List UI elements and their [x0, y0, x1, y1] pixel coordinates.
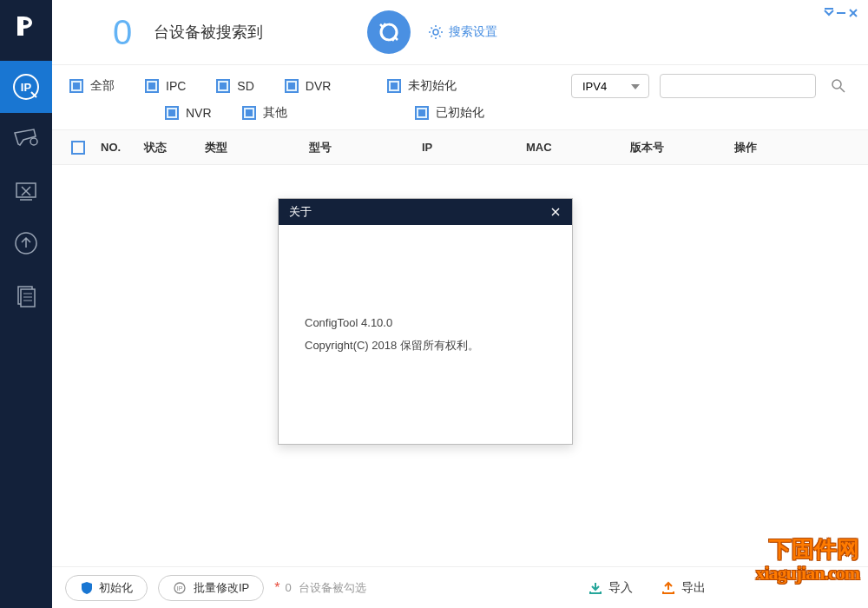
filter-area: 全部 IPC SD DVR 未初始化 IPV4 NVR 其他 已初始化 — [52, 65, 868, 130]
nav-ip-search[interactable]: IP — [0, 61, 52, 113]
filter-nvr[interactable]: NVR — [165, 106, 212, 120]
svg-point-16 — [433, 30, 438, 35]
filter-other[interactable]: 其他 — [242, 105, 287, 121]
ip-version-select[interactable]: IPV4 — [571, 74, 649, 98]
search-settings-link[interactable]: 搜索设置 — [428, 24, 497, 40]
filter-ipc[interactable]: IPC — [145, 79, 186, 93]
close-icon[interactable] — [847, 7, 859, 19]
col-action: 操作 — [729, 140, 816, 155]
device-count: 0 — [113, 13, 132, 52]
selected-count: 0 — [286, 581, 292, 594]
shield-icon — [80, 581, 94, 595]
about-dialog: 关于 ConfigTool 4.10.0 Copyright(C) 2018 保… — [278, 198, 573, 445]
col-type: 类型 — [200, 140, 304, 155]
filter-sd[interactable]: SD — [216, 79, 253, 93]
selected-info: * 0 台设备被勾选 — [274, 580, 365, 596]
about-dialog-title-bar: 关于 — [279, 199, 572, 225]
nav-upgrade[interactable] — [0, 217, 52, 269]
about-dialog-title: 关于 — [289, 204, 312, 220]
svg-point-3 — [30, 138, 37, 145]
col-version: 版本号 — [625, 140, 729, 155]
col-model: 型号 — [304, 140, 417, 155]
table-header: NO. 状态 类型 型号 IP MAC 版本号 操作 — [52, 130, 868, 165]
batch-modify-ip-button[interactable]: IP 批量修改IP — [158, 575, 264, 601]
search-settings-label: 搜索设置 — [449, 24, 497, 40]
about-copyright: Copyright(C) 2018 保留所有权利。 — [305, 334, 546, 357]
sidebar: IP — [0, 0, 52, 608]
about-product: ConfigTool 4.10.0 — [305, 312, 546, 334]
refresh-icon — [376, 19, 402, 45]
col-no: NO. — [95, 141, 139, 154]
nav-camera[interactable] — [0, 113, 52, 165]
close-icon — [549, 206, 562, 218]
search-input[interactable] — [660, 74, 816, 98]
filter-all[interactable]: 全部 — [69, 78, 115, 94]
search-icon — [831, 78, 846, 94]
export-icon — [661, 580, 676, 596]
svg-text:IP: IP — [177, 585, 183, 591]
filter-dvr[interactable]: DVR — [285, 79, 332, 93]
device-count-label: 台设备被搜索到 — [154, 22, 263, 43]
import-button[interactable]: 导入 — [588, 580, 633, 596]
svg-rect-8 — [21, 289, 35, 307]
import-icon — [588, 580, 603, 596]
filter-initialized[interactable]: 已初始化 — [415, 105, 484, 121]
svg-point-17 — [832, 80, 841, 89]
selected-label: 台设备被勾选 — [299, 580, 366, 596]
refresh-button[interactable] — [367, 10, 411, 54]
about-dialog-body: ConfigTool 4.10.0 Copyright(C) 2018 保留所有… — [279, 225, 572, 444]
about-dialog-close-button[interactable] — [549, 206, 562, 218]
svg-line-18 — [840, 88, 845, 92]
initialize-button[interactable]: 初始化 — [65, 575, 148, 601]
col-ip: IP — [417, 141, 521, 154]
nav-settings[interactable] — [0, 165, 52, 217]
app-logo — [9, 9, 43, 43]
asterisk-icon: * — [274, 580, 279, 596]
bottom-bar: 初始化 IP 批量修改IP * 0 台设备被勾选 导入 导出 — [52, 566, 868, 608]
ip-badge-icon: IP — [173, 581, 188, 595]
gear-icon — [428, 24, 444, 40]
svg-text:IP: IP — [21, 81, 32, 94]
export-button[interactable]: 导出 — [661, 580, 706, 596]
window-controls — [823, 7, 859, 19]
nav-docs[interactable] — [0, 269, 52, 321]
minimize-icon[interactable] — [835, 7, 847, 19]
col-mac: MAC — [521, 141, 625, 154]
window-menu-icon[interactable] — [823, 7, 835, 19]
col-status: 状态 — [139, 140, 200, 155]
search-button[interactable] — [826, 74, 851, 98]
top-summary: 0 台设备被搜索到 搜索设置 — [52, 0, 868, 65]
select-all-checkbox[interactable] — [61, 141, 95, 155]
filter-uninitialized[interactable]: 未初始化 — [387, 78, 457, 94]
